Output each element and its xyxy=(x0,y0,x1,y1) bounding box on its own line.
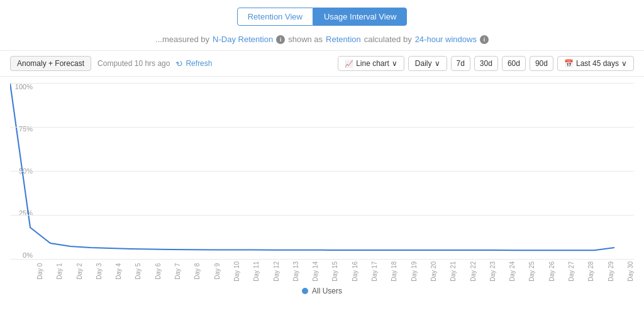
calendar-icon: 📅 xyxy=(564,59,574,68)
retention-link[interactable]: Retention xyxy=(326,35,361,44)
chart-toolbar: Anomaly + Forecast Computed 10 hrs ago ↻… xyxy=(0,50,644,77)
chart-inner xyxy=(10,83,634,259)
x-label-day-26: Day 26 xyxy=(548,261,555,282)
refresh-label: Refresh xyxy=(186,59,212,68)
x-label-day-3: Day 3 xyxy=(96,261,103,282)
retention-view-tab[interactable]: Retention View xyxy=(237,8,313,26)
x-label-day-17: Day 17 xyxy=(371,261,378,282)
x-label-day-7: Day 7 xyxy=(174,261,181,282)
x-label-day-0: Day 0 xyxy=(36,261,43,282)
x-label-day-10: Day 10 xyxy=(233,261,240,282)
calculated-by-label: calculated by xyxy=(364,35,412,44)
x-label-day-5: Day 5 xyxy=(135,261,142,282)
grid-line-0 xyxy=(10,259,634,260)
refresh-icon: ↻ xyxy=(174,58,185,69)
x-axis: Day 0Day 1Day 2Day 3Day 4Day 5Day 6Day 7… xyxy=(36,261,634,282)
frequency-chevron: ∨ xyxy=(435,59,440,68)
line-chart-icon: 📈 xyxy=(345,60,353,68)
grid-line-50 xyxy=(10,171,634,172)
grid-line-100 xyxy=(10,83,634,84)
x-label-day-9: Day 9 xyxy=(214,261,221,282)
period-90d-btn[interactable]: 90d xyxy=(530,56,553,71)
date-range-label: Last 45 days xyxy=(576,59,619,68)
x-label-day-30: Day 30 xyxy=(627,261,634,282)
chart-type-dropdown[interactable]: 📈 Line chart ∨ xyxy=(338,56,404,71)
legend-dot-all-users xyxy=(302,288,308,294)
retention-line xyxy=(10,83,614,250)
x-label-day-8: Day 8 xyxy=(194,261,201,282)
chart-wrapper: 100% 75% 50% 25% 0% Day 0Day 1Day 2Day 3… xyxy=(10,83,634,282)
usage-interval-view-tab[interactable]: Usage Interval View xyxy=(313,8,407,26)
x-label-day-22: Day 22 xyxy=(470,261,477,282)
toolbar-right: 📈 Line chart ∨ Daily ∨ 7d 30d 60d 90d 📅 … xyxy=(338,56,634,71)
measured-by-row: ...measured by N-Day Retention i shown a… xyxy=(0,31,644,50)
windows-info-icon[interactable]: i xyxy=(480,35,489,44)
x-label-day-21: Day 21 xyxy=(450,261,457,282)
x-label-day-2: Day 2 xyxy=(76,261,83,282)
shown-as-label: shown as xyxy=(288,35,323,44)
x-label-day-19: Day 19 xyxy=(411,261,418,282)
x-label-day-14: Day 14 xyxy=(312,261,319,282)
x-label-day-25: Day 25 xyxy=(528,261,535,282)
x-label-day-16: Day 16 xyxy=(352,261,358,282)
measured-by-prefix: ...measured by xyxy=(155,35,209,44)
x-label-day-11: Day 11 xyxy=(253,261,260,282)
x-label-day-15: Day 15 xyxy=(331,261,338,282)
grid-line-25 xyxy=(10,215,634,216)
date-range-btn[interactable]: 📅 Last 45 days ∨ xyxy=(557,56,634,71)
anomaly-forecast-badge: Anomaly + Forecast xyxy=(10,56,91,71)
period-60d-btn[interactable]: 60d xyxy=(502,56,526,71)
x-label-day-27: Day 27 xyxy=(568,261,575,282)
frequency-dropdown[interactable]: Daily ∨ xyxy=(408,56,447,71)
x-label-day-20: Day 20 xyxy=(430,261,437,282)
date-range-chevron: ∨ xyxy=(621,59,627,68)
x-label-day-29: Day 29 xyxy=(608,261,614,282)
x-label-day-12: Day 12 xyxy=(273,261,280,282)
chart-legend: All Users xyxy=(0,282,644,300)
x-label-day-13: Day 13 xyxy=(292,261,299,282)
chart-type-chevron: ∨ xyxy=(392,59,397,68)
x-label-day-1: Day 1 xyxy=(56,261,63,282)
computed-time: Computed 10 hrs ago xyxy=(97,59,170,68)
x-label-day-6: Day 6 xyxy=(155,261,162,282)
refresh-button[interactable]: ↻ Refresh xyxy=(176,59,212,69)
frequency-label: Daily xyxy=(415,59,432,68)
grid-line-75 xyxy=(10,127,634,128)
x-label-day-23: Day 23 xyxy=(489,261,496,282)
metric-info-icon[interactable]: i xyxy=(276,35,285,44)
x-label-day-18: Day 18 xyxy=(391,261,397,282)
view-tabs: Retention View Usage Interval View xyxy=(0,0,644,31)
x-label-day-4: Day 4 xyxy=(115,261,122,282)
x-label-day-24: Day 24 xyxy=(509,261,516,282)
legend-label-all-users: All Users xyxy=(312,287,342,295)
windows-link[interactable]: 24-hour windows xyxy=(415,35,477,44)
n-day-retention-link[interactable]: N-Day Retention xyxy=(213,35,273,44)
x-label-day-28: Day 28 xyxy=(587,261,594,282)
period-7d-btn[interactable]: 7d xyxy=(451,56,470,71)
period-30d-btn[interactable]: 30d xyxy=(474,56,498,71)
chart-type-label: Line chart xyxy=(356,59,389,68)
